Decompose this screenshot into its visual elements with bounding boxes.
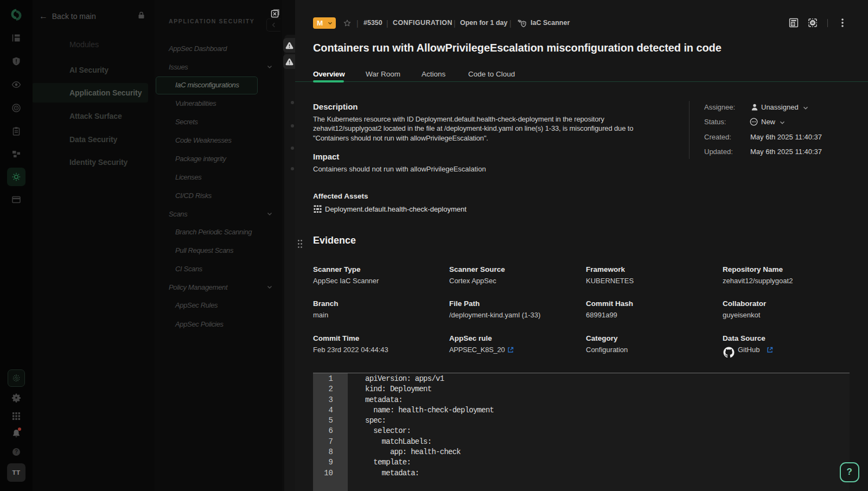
svg-text:?: ? [15,449,18,455]
